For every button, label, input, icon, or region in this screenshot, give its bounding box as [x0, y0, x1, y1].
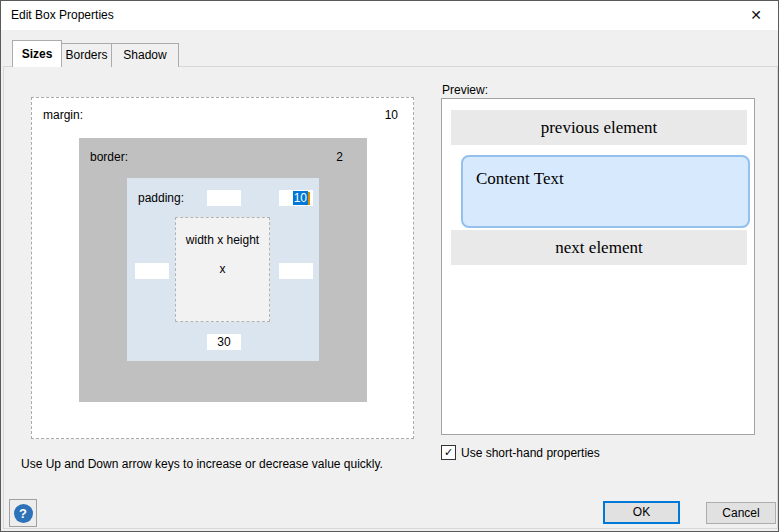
width-x-height-label: width x height: [176, 233, 269, 247]
ok-button[interactable]: OK: [603, 501, 680, 524]
cancel-button[interactable]: Cancel: [706, 502, 776, 524]
help-icon: ?: [14, 504, 33, 523]
text-caret: [308, 192, 310, 205]
padding-bottom-input[interactable]: [207, 334, 241, 350]
box-model-margin-area: margin: 10 border: 2 padding: 10 width x…: [31, 97, 414, 439]
box-model-padding-area: padding: 10 width x height x: [127, 178, 319, 361]
border-value: 2: [336, 150, 343, 164]
tab-sizes[interactable]: Sizes: [12, 40, 62, 67]
width-input[interactable]: [135, 263, 169, 279]
height-input[interactable]: [279, 263, 313, 279]
margin-label: margin:: [43, 108, 83, 122]
margin-value: 10: [385, 108, 398, 122]
shorthand-option-row: ✓ Use short-hand properties: [441, 445, 600, 460]
padding-right-input[interactable]: 10: [279, 190, 313, 206]
preview-panel: previous element Content Text next eleme…: [441, 98, 755, 435]
tab-shadow[interactable]: Shadow: [111, 43, 179, 67]
help-button[interactable]: ?: [9, 499, 37, 527]
close-icon[interactable]: ✕: [746, 6, 766, 24]
padding-top-input[interactable]: [207, 190, 241, 206]
preview-next-element: next element: [451, 230, 747, 265]
selected-text: 10: [293, 191, 308, 205]
hint-text: Use Up and Down arrow keys to increase o…: [21, 457, 383, 471]
tab-borders[interactable]: Borders: [61, 43, 112, 67]
box-model-border-area: border: 2 padding: 10 width x height x: [79, 138, 367, 402]
title-bar: Edit Box Properties ✕: [1, 1, 778, 30]
preview-content-box: Content Text: [461, 155, 750, 228]
preview-previous-element: previous element: [451, 110, 747, 145]
preview-label: Preview:: [442, 83, 488, 97]
shorthand-checkbox[interactable]: ✓: [441, 445, 456, 460]
shorthand-checkbox-label: Use short-hand properties: [461, 446, 600, 460]
x-separator-label: x: [176, 262, 269, 276]
window-title: Edit Box Properties: [11, 8, 114, 22]
border-label: border:: [90, 150, 128, 164]
box-model-content-area: width x height x: [175, 217, 270, 322]
padding-label: padding:: [138, 191, 184, 205]
edit-box-properties-dialog: Edit Box Properties ✕ Sizes Borders Shad…: [0, 0, 779, 532]
